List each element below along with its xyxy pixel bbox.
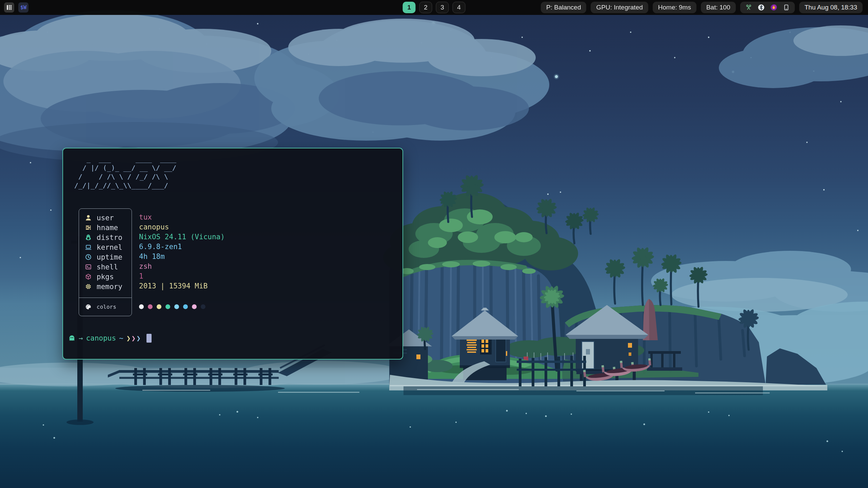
color-swatch [139, 304, 144, 309]
bar-right: P: Balanced GPU: Integrated Home: 9ms Ba… [541, 2, 863, 13]
info-label: user [97, 214, 114, 222]
info-label: colors [97, 304, 116, 310]
chevron-2: ❯ [131, 334, 136, 342]
penguin-icon [84, 234, 92, 241]
clock-icon [84, 253, 92, 261]
app-grid-icon [6, 4, 13, 11]
terminal-color-swatches [139, 304, 205, 309]
info-label: hname [97, 224, 118, 232]
value-kernel: 6.9.8-zen1 [139, 242, 225, 252]
fetch-label-box: user hname [79, 208, 132, 316]
clock-pill[interactable]: Thu Aug 08, 18:33 [799, 2, 863, 13]
workspace-logo-button[interactable]: $W [18, 2, 28, 13]
info-row-colors: colors [79, 298, 132, 316]
color-swatch [148, 304, 153, 309]
info-label: distro [97, 233, 122, 242]
workspace-button-2[interactable]: 2 [419, 2, 432, 13]
prompt-arrow: → [79, 334, 83, 342]
laptop-icon [84, 244, 92, 251]
chevron-3: ❯ [136, 334, 141, 342]
color-swatch [174, 304, 179, 309]
info-row-kernel: kernel [79, 242, 132, 252]
prompt-cwd: ~ [119, 334, 123, 342]
color-swatch [165, 304, 170, 309]
terminal-window[interactable]: _ ___ ____ ____ / |/ (_)_ __/ __ \/ __/ … [62, 148, 403, 360]
bluetooth-icon[interactable] [758, 4, 765, 11]
flameshot-icon[interactable] [770, 4, 777, 11]
info-row-uptime: uptime [79, 252, 132, 262]
info-row-memory: memory [79, 282, 132, 291]
gpu-pill[interactable]: GPU: Integrated [591, 2, 648, 13]
bar-left: $W [4, 2, 28, 13]
color-swatch [183, 304, 188, 309]
color-swatch [201, 304, 205, 309]
workspace-button-3[interactable]: 3 [436, 2, 449, 13]
ocean-details [43, 386, 843, 452]
info-label: uptime [97, 253, 122, 261]
desktop: $W 1 2 3 4 P: Balanced GPU: Integrated H… [0, 0, 868, 488]
phone-icon[interactable] [783, 4, 790, 11]
user-icon [84, 214, 92, 222]
fetch-values: tux canopus NixOS 24.11 (Vicuna) 6.9.8-z… [139, 212, 225, 291]
value-memory: 2013 | 15394 MiB [139, 281, 225, 291]
system-tray [740, 2, 795, 13]
value-hname: canopus [139, 222, 225, 232]
value-pkgs: 1 [139, 271, 225, 281]
chevron-1: ❯ [126, 334, 131, 342]
hostname-icon [84, 224, 92, 231]
workspace-button-1[interactable]: 1 [403, 2, 416, 13]
info-label: kernel [97, 243, 122, 251]
top-bar: $W 1 2 3 4 P: Balanced GPU: Integrated H… [0, 0, 868, 15]
info-label: shell [97, 263, 118, 271]
value-user: tux [139, 212, 225, 222]
app-launcher-button[interactable] [4, 2, 14, 13]
shell-prompt[interactable]: → canopus ~ ❯ ❯ ❯ [68, 333, 152, 343]
battery-pill[interactable]: Bat: 100 [701, 2, 736, 13]
value-uptime: 4h 18m [139, 252, 225, 262]
color-swatch [192, 304, 197, 309]
ping-pill[interactable]: Home: 9ms [653, 2, 696, 13]
workspace-button-4[interactable]: 4 [453, 2, 466, 13]
info-label: pkgs [97, 273, 114, 281]
chip-icon [84, 283, 92, 290]
package-icon [84, 273, 92, 281]
scissors-icon[interactable] [745, 4, 752, 11]
info-row-pkgs: pkgs [79, 272, 132, 282]
value-shell: zsh [139, 262, 225, 271]
power-profile-pill[interactable]: P: Balanced [541, 2, 586, 13]
value-distro: NixOS 24.11 (Vicuna) [139, 232, 225, 242]
info-row-hname: hname [79, 223, 132, 232]
ghost-icon [68, 334, 76, 342]
color-swatch [157, 304, 161, 309]
info-row-user: user [79, 213, 132, 223]
prompt-chevrons: ❯ ❯ ❯ [126, 334, 141, 342]
info-label: memory [97, 283, 122, 291]
terminal-prompt-icon [84, 263, 92, 271]
info-row-shell: shell [79, 262, 132, 272]
text-cursor [146, 334, 152, 343]
prompt-host: canopus [86, 334, 116, 342]
palette-icon [84, 303, 92, 311]
workspace-switcher: 1 2 3 4 [403, 2, 466, 13]
info-row-distro: distro [79, 232, 132, 242]
workspace-logo-label: $W [20, 4, 26, 11]
ascii-logo: _ ___ ____ ____ / |/ (_)_ __/ __ \/ __/ … [70, 155, 176, 190]
